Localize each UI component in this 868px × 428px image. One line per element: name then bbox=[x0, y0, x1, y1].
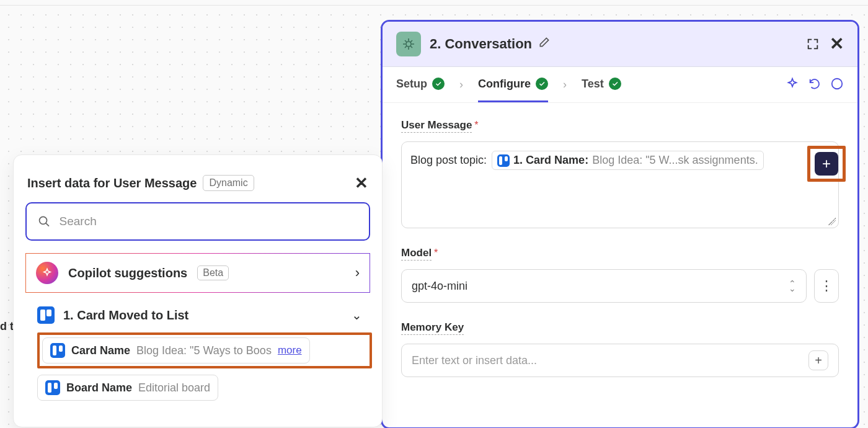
chevron-right-icon: › bbox=[355, 265, 360, 281]
check-icon bbox=[536, 78, 548, 90]
search-icon bbox=[38, 215, 51, 228]
rename-icon[interactable] bbox=[538, 36, 551, 52]
model-label: Model bbox=[401, 247, 432, 261]
tab-setup-label: Setup bbox=[396, 78, 427, 91]
resize-handle[interactable] bbox=[828, 218, 836, 225]
close-icon[interactable]: ✕ bbox=[830, 38, 844, 50]
check-icon bbox=[432, 78, 445, 90]
required-asterisk: * bbox=[474, 120, 478, 130]
memory-key-input[interactable] bbox=[412, 354, 787, 367]
circle-icon[interactable] bbox=[830, 77, 844, 93]
memory-key-label: Memory Key bbox=[401, 321, 464, 335]
chevron-down-icon: ⌄ bbox=[352, 308, 362, 323]
chevron-right-icon: › bbox=[563, 78, 567, 91]
data-source-title: 1. Card Moved to List bbox=[63, 308, 343, 323]
trello-icon bbox=[45, 380, 60, 395]
search-field-container[interactable] bbox=[25, 202, 370, 241]
field-chip-card-name[interactable]: Card Name Blog Idea: "5 Ways to Boos mor… bbox=[42, 337, 310, 363]
chevron-right-icon: › bbox=[459, 78, 463, 91]
svg-point-2 bbox=[40, 216, 47, 224]
copilot-label: Copilot suggestions bbox=[68, 266, 187, 280]
data-source-row[interactable]: 1. Card Moved to List ⌄ bbox=[24, 301, 372, 332]
trello-icon bbox=[50, 343, 65, 358]
field-name: Board Name bbox=[66, 381, 132, 395]
updown-icon: ⌃⌄ bbox=[789, 281, 796, 291]
trello-icon bbox=[37, 306, 55, 324]
model-select[interactable]: gpt-4o-mini ⌃⌄ bbox=[401, 269, 807, 303]
ai-sparkle-icon[interactable] bbox=[786, 77, 799, 93]
copilot-sparkle-icon bbox=[36, 262, 58, 284]
tab-setup[interactable]: Setup bbox=[396, 67, 445, 102]
user-message-prefix: Blog post topic: bbox=[410, 154, 487, 167]
highlight-annotation: + bbox=[807, 146, 846, 182]
tab-test[interactable]: Test bbox=[582, 67, 621, 102]
search-input[interactable] bbox=[60, 215, 358, 228]
beta-badge: Beta bbox=[197, 265, 229, 280]
model-value: gpt-4o-mini bbox=[412, 280, 467, 293]
model-options-button[interactable]: ⋮ bbox=[814, 269, 839, 303]
check-icon bbox=[609, 78, 621, 90]
tab-test-label: Test bbox=[582, 78, 604, 91]
more-link[interactable]: more bbox=[278, 344, 302, 357]
openai-icon bbox=[396, 32, 421, 56]
required-asterisk: * bbox=[434, 247, 438, 258]
tab-configure[interactable]: Configure bbox=[478, 67, 548, 102]
truncated-canvas-text: d t bbox=[0, 320, 14, 333]
memory-key-group: Memory Key + bbox=[401, 321, 839, 377]
copilot-suggestions-row[interactable]: Copilot suggestions Beta › bbox=[25, 253, 370, 293]
model-group: Model* gpt-4o-mini ⌃⌄ ⋮ bbox=[401, 247, 839, 303]
trello-icon bbox=[497, 154, 510, 167]
insert-data-button[interactable]: + bbox=[808, 350, 828, 370]
config-title: 2. Conversation bbox=[430, 36, 532, 52]
field-chip-board-name[interactable]: Board Name Editorial board bbox=[37, 375, 218, 401]
svg-point-0 bbox=[406, 42, 411, 47]
svg-point-1 bbox=[832, 78, 843, 89]
expand-icon[interactable] bbox=[806, 37, 820, 51]
token-value: Blog Idea: "5 W...sk assignments. bbox=[592, 154, 758, 167]
user-message-label: User Message bbox=[401, 119, 472, 133]
config-header: 2. Conversation ✕ bbox=[383, 22, 857, 67]
tab-configure-label: Configure bbox=[478, 78, 531, 91]
insert-data-button[interactable]: + bbox=[815, 152, 838, 176]
close-icon[interactable]: ✕ bbox=[355, 175, 368, 191]
field-name: Card Name bbox=[71, 344, 130, 357]
step-config-panel: 2. Conversation ✕ Setup › Configure › Te… bbox=[381, 20, 859, 428]
user-message-input[interactable]: Blog post topic: 1. Card Name: Blog Idea… bbox=[401, 141, 839, 228]
insert-data-panel: Insert data for User Message Dynamic ✕ C… bbox=[13, 154, 383, 427]
dynamic-badge[interactable]: Dynamic bbox=[203, 175, 254, 191]
undo-icon[interactable] bbox=[808, 77, 822, 93]
inserted-field-token[interactable]: 1. Card Name: Blog Idea: "5 W...sk assig… bbox=[492, 151, 764, 170]
config-tabs: Setup › Configure › Test bbox=[383, 67, 857, 103]
field-value: Editorial board bbox=[138, 381, 210, 395]
token-label: 1. Card Name: bbox=[513, 154, 588, 167]
insert-panel-title: Insert data for User Message bbox=[27, 176, 197, 190]
field-value: Blog Idea: "5 Ways to Boos bbox=[136, 344, 272, 357]
user-message-group: User Message* Blog post topic: 1. Card N… bbox=[401, 119, 839, 228]
highlight-annotation: Card Name Blog Idea: "5 Ways to Boos mor… bbox=[37, 332, 372, 368]
